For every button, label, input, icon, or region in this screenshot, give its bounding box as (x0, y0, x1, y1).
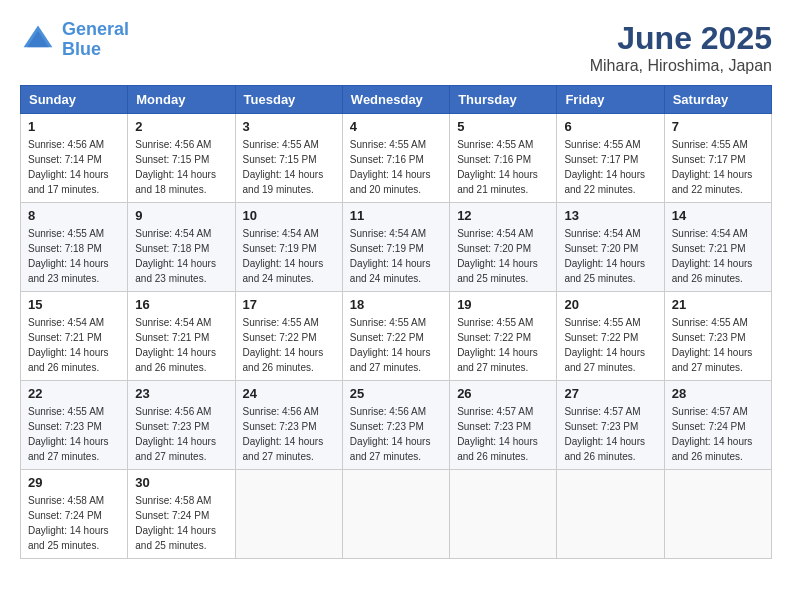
calendar-cell: 8 Sunrise: 4:55 AMSunset: 7:18 PMDayligh… (21, 203, 128, 292)
calendar-cell: 21 Sunrise: 4:55 AMSunset: 7:23 PMDaylig… (664, 292, 771, 381)
calendar-cell: 16 Sunrise: 4:54 AMSunset: 7:21 PMDaylig… (128, 292, 235, 381)
calendar-cell: 23 Sunrise: 4:56 AMSunset: 7:23 PMDaylig… (128, 381, 235, 470)
calendar-cell (342, 470, 449, 559)
calendar-cell: 28 Sunrise: 4:57 AMSunset: 7:24 PMDaylig… (664, 381, 771, 470)
day-number: 3 (243, 119, 335, 134)
day-number: 16 (135, 297, 227, 312)
day-number: 27 (564, 386, 656, 401)
logo-text: General Blue (62, 20, 129, 60)
calendar-cell: 15 Sunrise: 4:54 AMSunset: 7:21 PMDaylig… (21, 292, 128, 381)
day-number: 21 (672, 297, 764, 312)
day-number: 22 (28, 386, 120, 401)
calendar-cell: 24 Sunrise: 4:56 AMSunset: 7:23 PMDaylig… (235, 381, 342, 470)
calendar-cell: 20 Sunrise: 4:55 AMSunset: 7:22 PMDaylig… (557, 292, 664, 381)
day-number: 13 (564, 208, 656, 223)
weekday-friday: Friday (557, 86, 664, 114)
cell-info: Sunrise: 4:56 AMSunset: 7:23 PMDaylight:… (135, 404, 227, 464)
calendar-cell: 14 Sunrise: 4:54 AMSunset: 7:21 PMDaylig… (664, 203, 771, 292)
day-number: 7 (672, 119, 764, 134)
cell-info: Sunrise: 4:55 AMSunset: 7:16 PMDaylight:… (457, 137, 549, 197)
cell-info: Sunrise: 4:54 AMSunset: 7:21 PMDaylight:… (28, 315, 120, 375)
calendar: SundayMondayTuesdayWednesdayThursdayFrid… (20, 85, 772, 559)
cell-info: Sunrise: 4:55 AMSunset: 7:23 PMDaylight:… (672, 315, 764, 375)
week-row-2: 8 Sunrise: 4:55 AMSunset: 7:18 PMDayligh… (21, 203, 772, 292)
cell-info: Sunrise: 4:56 AMSunset: 7:23 PMDaylight:… (243, 404, 335, 464)
calendar-cell (450, 470, 557, 559)
cell-info: Sunrise: 4:55 AMSunset: 7:22 PMDaylight:… (564, 315, 656, 375)
day-number: 2 (135, 119, 227, 134)
month-title: June 2025 (590, 20, 772, 57)
calendar-cell: 1 Sunrise: 4:56 AMSunset: 7:14 PMDayligh… (21, 114, 128, 203)
day-number: 9 (135, 208, 227, 223)
calendar-cell: 4 Sunrise: 4:55 AMSunset: 7:16 PMDayligh… (342, 114, 449, 203)
cell-info: Sunrise: 4:55 AMSunset: 7:17 PMDaylight:… (564, 137, 656, 197)
weekday-wednesday: Wednesday (342, 86, 449, 114)
calendar-cell: 7 Sunrise: 4:55 AMSunset: 7:17 PMDayligh… (664, 114, 771, 203)
calendar-cell: 17 Sunrise: 4:55 AMSunset: 7:22 PMDaylig… (235, 292, 342, 381)
cell-info: Sunrise: 4:55 AMSunset: 7:22 PMDaylight:… (243, 315, 335, 375)
logo-line1: General (62, 19, 129, 39)
day-number: 11 (350, 208, 442, 223)
logo-icon (20, 22, 56, 58)
calendar-cell: 9 Sunrise: 4:54 AMSunset: 7:18 PMDayligh… (128, 203, 235, 292)
week-row-3: 15 Sunrise: 4:54 AMSunset: 7:21 PMDaylig… (21, 292, 772, 381)
day-number: 10 (243, 208, 335, 223)
day-number: 6 (564, 119, 656, 134)
cell-info: Sunrise: 4:55 AMSunset: 7:17 PMDaylight:… (672, 137, 764, 197)
calendar-cell (557, 470, 664, 559)
weekday-header-row: SundayMondayTuesdayWednesdayThursdayFrid… (21, 86, 772, 114)
week-row-4: 22 Sunrise: 4:55 AMSunset: 7:23 PMDaylig… (21, 381, 772, 470)
cell-info: Sunrise: 4:56 AMSunset: 7:14 PMDaylight:… (28, 137, 120, 197)
calendar-cell: 19 Sunrise: 4:55 AMSunset: 7:22 PMDaylig… (450, 292, 557, 381)
cell-info: Sunrise: 4:54 AMSunset: 7:20 PMDaylight:… (457, 226, 549, 286)
day-number: 28 (672, 386, 764, 401)
weekday-thursday: Thursday (450, 86, 557, 114)
calendar-cell: 18 Sunrise: 4:55 AMSunset: 7:22 PMDaylig… (342, 292, 449, 381)
cell-info: Sunrise: 4:57 AMSunset: 7:24 PMDaylight:… (672, 404, 764, 464)
calendar-cell: 13 Sunrise: 4:54 AMSunset: 7:20 PMDaylig… (557, 203, 664, 292)
calendar-cell: 30 Sunrise: 4:58 AMSunset: 7:24 PMDaylig… (128, 470, 235, 559)
day-number: 26 (457, 386, 549, 401)
calendar-cell (664, 470, 771, 559)
calendar-cell: 12 Sunrise: 4:54 AMSunset: 7:20 PMDaylig… (450, 203, 557, 292)
calendar-cell: 26 Sunrise: 4:57 AMSunset: 7:23 PMDaylig… (450, 381, 557, 470)
location-title: Mihara, Hiroshima, Japan (590, 57, 772, 75)
cell-info: Sunrise: 4:55 AMSunset: 7:16 PMDaylight:… (350, 137, 442, 197)
day-number: 18 (350, 297, 442, 312)
cell-info: Sunrise: 4:54 AMSunset: 7:21 PMDaylight:… (135, 315, 227, 375)
calendar-cell (235, 470, 342, 559)
calendar-cell: 5 Sunrise: 4:55 AMSunset: 7:16 PMDayligh… (450, 114, 557, 203)
cell-info: Sunrise: 4:54 AMSunset: 7:21 PMDaylight:… (672, 226, 764, 286)
cell-info: Sunrise: 4:54 AMSunset: 7:18 PMDaylight:… (135, 226, 227, 286)
day-number: 12 (457, 208, 549, 223)
calendar-cell: 2 Sunrise: 4:56 AMSunset: 7:15 PMDayligh… (128, 114, 235, 203)
day-number: 17 (243, 297, 335, 312)
calendar-cell: 29 Sunrise: 4:58 AMSunset: 7:24 PMDaylig… (21, 470, 128, 559)
cell-info: Sunrise: 4:54 AMSunset: 7:20 PMDaylight:… (564, 226, 656, 286)
weekday-saturday: Saturday (664, 86, 771, 114)
cell-info: Sunrise: 4:55 AMSunset: 7:23 PMDaylight:… (28, 404, 120, 464)
day-number: 23 (135, 386, 227, 401)
logo: General Blue (20, 20, 129, 60)
cell-info: Sunrise: 4:55 AMSunset: 7:18 PMDaylight:… (28, 226, 120, 286)
weekday-monday: Monday (128, 86, 235, 114)
calendar-cell: 6 Sunrise: 4:55 AMSunset: 7:17 PMDayligh… (557, 114, 664, 203)
day-number: 19 (457, 297, 549, 312)
cell-info: Sunrise: 4:58 AMSunset: 7:24 PMDaylight:… (28, 493, 120, 553)
calendar-cell: 22 Sunrise: 4:55 AMSunset: 7:23 PMDaylig… (21, 381, 128, 470)
day-number: 25 (350, 386, 442, 401)
cell-info: Sunrise: 4:55 AMSunset: 7:22 PMDaylight:… (350, 315, 442, 375)
cell-info: Sunrise: 4:54 AMSunset: 7:19 PMDaylight:… (243, 226, 335, 286)
weekday-tuesday: Tuesday (235, 86, 342, 114)
week-row-1: 1 Sunrise: 4:56 AMSunset: 7:14 PMDayligh… (21, 114, 772, 203)
calendar-cell: 10 Sunrise: 4:54 AMSunset: 7:19 PMDaylig… (235, 203, 342, 292)
week-row-5: 29 Sunrise: 4:58 AMSunset: 7:24 PMDaylig… (21, 470, 772, 559)
day-number: 29 (28, 475, 120, 490)
cell-info: Sunrise: 4:54 AMSunset: 7:19 PMDaylight:… (350, 226, 442, 286)
calendar-cell: 25 Sunrise: 4:56 AMSunset: 7:23 PMDaylig… (342, 381, 449, 470)
calendar-cell: 3 Sunrise: 4:55 AMSunset: 7:15 PMDayligh… (235, 114, 342, 203)
day-number: 4 (350, 119, 442, 134)
calendar-cell: 27 Sunrise: 4:57 AMSunset: 7:23 PMDaylig… (557, 381, 664, 470)
header: General Blue June 2025 Mihara, Hiroshima… (20, 20, 772, 75)
day-number: 14 (672, 208, 764, 223)
